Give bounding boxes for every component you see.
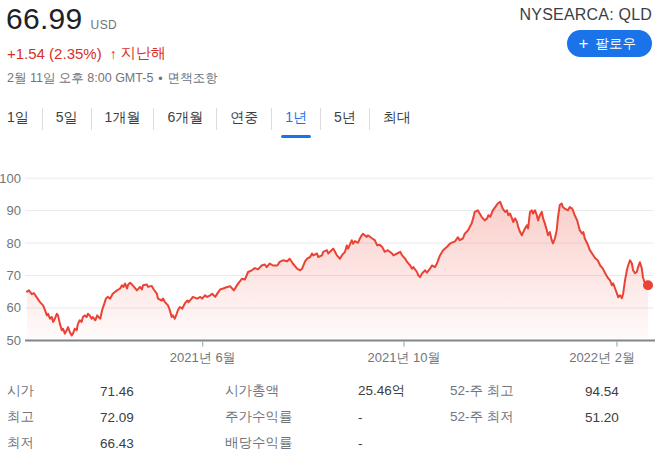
stat-value: 71.46 [100,384,134,399]
time-range-tab-3[interactable]: 1개월 [92,102,154,136]
stat-row: 최저66.43 [7,430,172,456]
currency-label: USD [91,18,118,32]
stat-label: 최저 [7,434,100,452]
x-axis-label: 2022년 2월 [569,350,635,365]
stat-value: 51.20 [585,410,619,425]
stats-column-1: 시가71.46최고72.09최저66.43 [7,378,172,456]
y-axis-label: 100 [0,171,21,186]
arrow-up-icon: ↑ [110,46,117,62]
quote-page: 66.99 USD +1.54 (2.35%) ↑ 지난해 2월 11일 오후 … [0,0,669,462]
time-range-tab-8[interactable]: 최대 [370,102,424,136]
y-axis-label: 90 [7,203,21,218]
price-row: 66.99 USD [6,2,117,36]
quote-meta-row: 2월 11일 오후 8:00 GMT-5 • 면책조항 [7,70,218,87]
stat-row: 배당수익률- [225,430,425,456]
time-range-tabs: 1일5일1개월6개월연중1년5년최대 [7,103,424,134]
x-axis-label: 2021년 6월 [170,350,236,365]
price-change-row: +1.54 (2.35%) ↑ 지난해 [7,44,166,63]
stats-column-3: 52-주 최고94.5452-주 최저51.20 [450,378,655,430]
y-axis-label: 50 [7,333,21,348]
time-range-tab-1[interactable]: 1일 [7,102,42,136]
stat-row: 최고72.09 [7,404,172,430]
y-axis-label: 70 [7,268,21,283]
follow-button-label: 팔로우 [596,35,637,53]
y-axis-label: 80 [7,236,21,251]
plus-icon: + [579,35,589,52]
stat-row: 52-주 최고94.54 [450,378,655,404]
quote-timestamp: 2월 11일 오후 8:00 GMT-5 [7,70,153,87]
y-axis-label: 60 [7,300,21,315]
stat-value: - [358,436,363,451]
stat-label: 52-주 최저 [450,408,585,426]
price-chart[interactable]: 50607080901002021년 6월2021년 10월2022년 2월 [0,150,669,378]
stat-row: 시가총액25.46억 [225,378,425,404]
stat-label: 최고 [7,408,100,426]
time-range-tab-5[interactable]: 연중 [217,102,271,136]
stat-value: 25.46억 [358,382,405,400]
time-range-tab-6[interactable]: 1년 [272,102,320,136]
chart-area-fill [27,202,648,341]
stat-row: 주가수익률- [225,404,425,430]
stat-value: - [358,410,363,425]
time-range-tab-4[interactable]: 6개월 [154,102,216,136]
stat-value: 94.54 [585,384,619,399]
x-axis-label: 2021년 10월 [367,350,440,365]
stat-label: 시가총액 [225,382,358,400]
stat-row: 시가71.46 [7,378,172,404]
ticker-symbol: NYSEARCA: QLD [520,6,652,24]
stat-row: 52-주 최저51.20 [450,404,655,430]
key-stats-table: 시가71.46최고72.09최저66.43시가총액25.46억주가수익률-배당수… [0,378,669,462]
chart-end-dot [643,280,653,290]
change-period-label: 지난해 [121,44,166,63]
price-change: +1.54 (2.35%) [7,45,102,62]
stat-label: 배당수익률 [225,434,358,452]
follow-button[interactable]: + 팔로우 [567,30,652,57]
dot-separator: • [158,72,162,86]
stat-label: 시가 [7,382,100,400]
stats-column-2: 시가총액25.46억주가수익률-배당수익률- [225,378,425,456]
stat-value: 72.09 [100,410,134,425]
stat-label: 주가수익률 [225,408,358,426]
time-range-tab-7[interactable]: 5년 [321,102,369,136]
time-range-tab-2[interactable]: 5일 [43,102,91,136]
current-price: 66.99 [6,2,83,36]
disclaimer-link[interactable]: 면책조항 [168,70,218,87]
price-chart-svg: 50607080901002021년 6월2021년 10월2022년 2월 [0,150,669,378]
stat-value: 66.43 [100,436,134,451]
stat-label: 52-주 최고 [450,382,585,400]
